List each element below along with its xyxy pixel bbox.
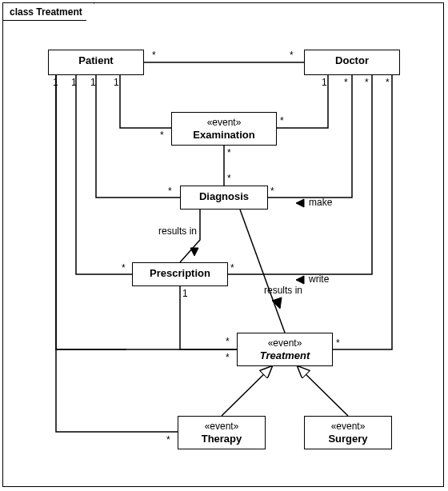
frame-title: class Treatment [3,3,94,21]
mult-label: * [166,434,170,445]
assoc-label-write: write [309,273,329,285]
class-diagnosis: Diagnosis [180,186,268,210]
class-examination: «event» Examination [171,112,277,146]
mult-label: * [230,262,234,273]
mult-label: 1 [71,77,77,88]
class-name: Therapy [182,433,262,445]
mult-label: 1 [182,288,188,299]
mult-label: * [336,337,340,349]
assoc-label-make: make [309,197,332,208]
class-stereotype: «event» [241,337,329,349]
mult-label: * [386,77,390,88]
class-name: Treatment [241,349,329,362]
class-therapy: «event» Therapy [178,416,266,449]
class-name: Patient [52,54,140,67]
mult-label: * [365,77,369,88]
mult-label: 1 [90,77,96,88]
mult-label: * [168,186,172,197]
assoc-label-results-in: results in [264,285,302,296]
class-treatment: «event» Treatment [237,333,333,366]
class-stereotype: «event» [182,421,262,433]
mult-label: * [226,336,230,347]
mult-label: * [227,147,231,158]
class-patient: Patient [48,50,144,75]
mult-label: * [227,173,231,184]
mult-label: * [226,352,230,363]
mult-label: * [290,50,294,61]
mult-label: 1 [322,77,327,88]
class-name: Surgery [308,433,388,445]
class-stereotype: «event» [308,421,388,433]
class-name: Prescription [136,267,224,280]
mult-label: * [280,115,284,126]
mult-label: * [122,262,126,273]
class-name: Doctor [308,54,396,67]
class-doctor: Doctor [304,50,400,75]
assoc-label-results-in: results in [158,226,197,237]
diagram-canvas: class Treatment Patient Doctor «event» E… [0,0,448,491]
mult-label: * [270,186,274,197]
class-stereotype: «event» [175,117,273,129]
mult-label: 1 [114,77,119,88]
class-name: Examination [175,129,273,142]
mult-label: * [344,77,348,88]
mult-label: * [152,50,156,61]
mult-label: * [160,130,164,141]
class-name: Diagnosis [184,190,264,203]
class-surgery: «event» Surgery [304,416,392,449]
class-prescription: Prescription [132,262,228,286]
mult-label: 1 [53,77,58,88]
